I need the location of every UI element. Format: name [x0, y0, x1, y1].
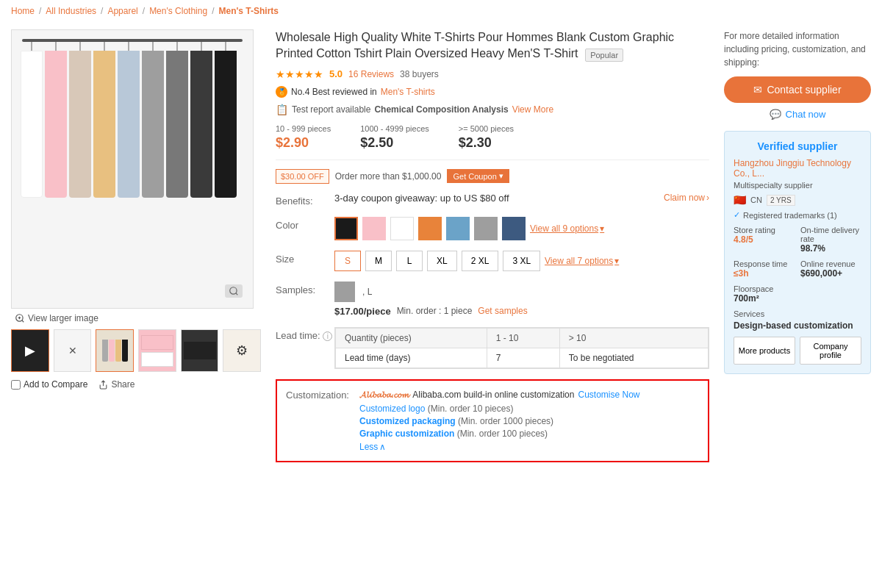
thumb-black[interactable] [181, 329, 219, 372]
graphic-customization-link[interactable]: Graphic customization [359, 429, 454, 439]
services-label: Services [734, 309, 861, 318]
size-btn-m[interactable]: M [365, 251, 392, 271]
rank-link[interactable]: Men's T-shirts [381, 87, 435, 97]
thumb-play[interactable]: ▶ [11, 329, 49, 372]
test-label: Chemical Composition Analysis [374, 104, 508, 115]
lead-time-col-range1: 1 - 10 [487, 328, 559, 348]
breadcrumb-home[interactable]: Home [11, 6, 35, 16]
samples-label: Samples: [276, 282, 334, 295]
lead-time-table: Quantity (pieces) 1 - 10 > 10 Lead time … [334, 327, 709, 369]
thumbnail-strip: ▶ ✕ [11, 329, 261, 372]
claim-now-link[interactable]: Claim now › [664, 193, 709, 203]
get-samples-link[interactable]: Get samples [478, 306, 527, 316]
view-all-sizes-link[interactable]: View all 7 options ▾ [545, 256, 619, 266]
supplier-section: For more detailed information including … [724, 29, 871, 462]
breadcrumb-apparel[interactable]: Apparel [107, 6, 137, 16]
view-larger-link[interactable]: View larger image [11, 313, 261, 323]
best-reviewed-row: 🏅 No.4 Best reviewed in Men's T-shirts [276, 86, 709, 98]
customization-row: Customization: 𝓐𝓵𝓲𝓫𝓪𝓫𝓪.𝓬𝓸𝓶 Alibaba.com b… [286, 390, 699, 452]
price-amount-1: $2.90 [276, 135, 331, 151]
samples-inner: , L [334, 282, 709, 302]
benefits-value: 3-day coupon giveaway: up to US $80 off … [334, 193, 709, 204]
service-name: Design-based customization [734, 320, 861, 331]
color-swatch-pink[interactable] [362, 217, 386, 240]
customization-label: Customization: [286, 390, 359, 401]
services-section: Services Design-based customization [734, 309, 861, 331]
lead-time-data-row: Lead time (days) 7 To be negotiated [336, 348, 709, 368]
product-section: Wholesale High Quality White T-Shirts Po… [276, 29, 709, 462]
popular-badge: Popular [585, 49, 623, 62]
benefits-row: Benefits: 3-day coupon giveaway: up to U… [276, 193, 709, 207]
alibaba-logo: 𝓐𝓵𝓲𝓫𝓪𝓫𝓪.𝓬𝓸𝓶 [359, 390, 409, 400]
color-swatch-black[interactable] [334, 217, 358, 240]
image-section: View larger image ▶ ✕ [11, 29, 261, 462]
size-btn-2xl[interactable]: 2 XL [462, 251, 499, 271]
add-to-compare-label[interactable]: Add to Compare [11, 379, 87, 390]
custom-item-logo: Customized logo (Min. order 10 pieces) [359, 404, 699, 414]
breadcrumb-current: Men's T-Shirts [218, 6, 279, 16]
thumb-accessories[interactable]: ⚙ [223, 329, 261, 372]
size-btn-xl[interactable]: XL [427, 251, 457, 271]
breadcrumb-sep: / [39, 6, 41, 16]
trademark-row: ✓ Registered trademarks (1) [734, 210, 861, 220]
chat-now-button[interactable]: 💬 Chat now [724, 109, 871, 120]
samples-row: Samples: , L $17.00/piece Min. order : 1… [276, 282, 709, 317]
customise-now-link[interactable]: Customise Now [578, 390, 639, 400]
stat-ontime-delivery: On-time delivery rate 98.7% [800, 226, 861, 254]
order-condition: Order more than $1,000.00 [335, 171, 442, 182]
size-label: Size [276, 251, 334, 265]
stat-value-store-rating: 4.8/5 [734, 234, 795, 245]
compare-checkbox[interactable] [11, 380, 21, 390]
less-link[interactable]: Less ∧ [359, 442, 699, 452]
test-report-row: 📋 Test report available Chemical Composi… [276, 104, 709, 115]
contact-supplier-button[interactable]: ✉ Contact supplier [724, 76, 871, 103]
main-container: View larger image ▶ ✕ [0, 22, 882, 470]
price-tier-3: >= 5000 pieces $2.30 [459, 124, 514, 151]
color-swatch-orange[interactable] [418, 217, 442, 240]
size-btn-l[interactable]: L [396, 251, 423, 271]
price-table: 10 - 999 pieces $2.90 1000 - 4999 pieces… [276, 124, 709, 160]
stat-value-floorspace: 700m² [734, 293, 795, 304]
color-swatch-blue[interactable] [446, 217, 470, 240]
breadcrumb-industries[interactable]: All Industries [46, 6, 96, 16]
customization-content: 𝓐𝓵𝓲𝓫𝓪𝓫𝓪.𝓬𝓸𝓶 Alibaba.com build-in online … [359, 390, 699, 452]
sample-size-text: , L [362, 287, 372, 297]
share-button[interactable]: Share [98, 379, 135, 390]
sample-color-swatch [334, 282, 355, 302]
color-swatch-navy[interactable] [502, 217, 526, 240]
view-larger-text: View larger image [28, 313, 98, 323]
color-swatch-gray[interactable] [474, 217, 498, 240]
samples-value: , L $17.00/piece Min. order : 1 piece Ge… [334, 282, 709, 317]
company-profile-button[interactable]: Company profile [800, 337, 861, 365]
trademark-icon: ✓ [734, 210, 740, 220]
country-flag: 🇨🇳 [734, 194, 746, 206]
lead-time-col-range2: > 10 [559, 328, 708, 348]
thumb-3d[interactable]: ✕ [54, 329, 92, 372]
discount-tag: $30.00 OFF [276, 169, 329, 184]
stat-response-time: Response time ≤3h [734, 259, 795, 279]
supplier-type: Multispecialty supplier [734, 181, 861, 190]
get-coupon-button[interactable]: Get Coupon ▾ [447, 169, 509, 183]
color-swatch-white[interactable] [390, 217, 414, 240]
size-btn-s[interactable]: S [334, 251, 361, 271]
more-products-button[interactable]: More products [734, 337, 795, 365]
stat-label-revenue: Online revenue [800, 259, 861, 268]
view-more-link[interactable]: View More [512, 104, 553, 115]
customized-logo-link[interactable]: Customized logo [359, 404, 425, 414]
supplier-name[interactable]: Hangzhou Jinggiu Technology Co., L... [734, 158, 861, 179]
view-all-colors-link[interactable]: View all 9 options ▾ [530, 223, 604, 234]
breadcrumb: Home / All Industries / Apparel / Men's … [0, 0, 882, 22]
stat-label-response: Response time [734, 259, 795, 268]
custom-item-graphic: Graphic customization (Min. order 100 pi… [359, 429, 699, 439]
lead-time-row: Lead time: i Quantity (pieces) 1 - 10 > … [276, 327, 709, 369]
reviews-link[interactable]: 16 Reviews [348, 69, 394, 79]
coupon-bar: $30.00 OFF Order more than $1,000.00 Get… [276, 169, 709, 184]
customized-packaging-link[interactable]: Customized packaging [359, 416, 456, 426]
thumb-main[interactable] [96, 329, 134, 372]
breadcrumb-mens-clothing[interactable]: Men's Clothing [149, 6, 207, 16]
size-btn-3xl[interactable]: 3 XL [503, 251, 540, 271]
main-product-image[interactable] [11, 29, 254, 309]
lead-time-days-2: To be negotiated [559, 348, 708, 368]
thumb-pink[interactable] [138, 329, 176, 372]
email-icon: ✉ [753, 84, 762, 96]
